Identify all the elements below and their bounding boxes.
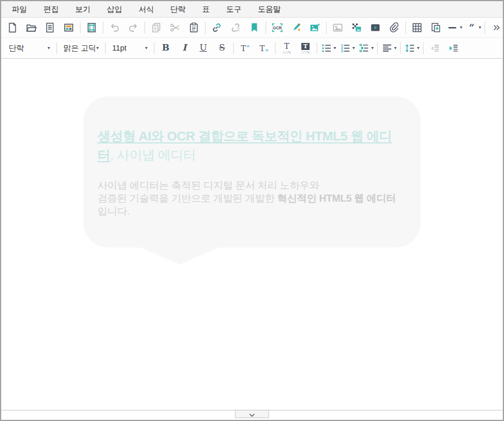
toolbar-separator xyxy=(485,22,485,34)
bullet-list-button[interactable]: ▾ xyxy=(319,40,338,56)
unlink-button[interactable] xyxy=(226,19,245,36)
line-spacing-icon xyxy=(404,42,416,54)
italic-button[interactable]: I xyxy=(175,40,194,56)
image-button[interactable] xyxy=(328,19,347,36)
placeholder-heading-rest: , 사이냅 에디터 xyxy=(110,148,196,162)
editor-canvas[interactable]: 생성형 AI와 OCR 결합으로 독보적인 HTML5 웹 에디터, 사이냅 에… xyxy=(1,59,503,410)
numbered-list-icon: 123 xyxy=(340,42,351,54)
undo-button[interactable] xyxy=(105,19,124,36)
font-color-icon: T xyxy=(283,43,291,54)
cut-button[interactable] xyxy=(166,19,184,36)
menu-file[interactable]: 파일 xyxy=(4,1,35,17)
table-button[interactable] xyxy=(408,19,426,36)
bullet-list-icon xyxy=(321,42,332,54)
toolbar-separator xyxy=(145,22,145,34)
unlink-icon xyxy=(230,22,241,34)
collapse-toolbar-button[interactable] xyxy=(235,410,269,418)
page-layout-button[interactable] xyxy=(82,19,101,36)
ocr-button[interactable]: OCR xyxy=(268,19,287,36)
document-text-button[interactable] xyxy=(41,19,59,36)
toolbar-separator xyxy=(205,22,206,34)
menu-edit[interactable]: 편집 xyxy=(35,1,67,17)
placeholder-body-tail: 입니다. xyxy=(98,206,130,217)
redo-button[interactable] xyxy=(124,19,143,36)
menu-format[interactable]: 서식 xyxy=(130,1,162,17)
chevron-down-icon: ▾ xyxy=(417,46,419,51)
toolbar-format: 단락▾맑은 고딕▾11pt▾BIUSTTTT▾123▾▾▾▾ xyxy=(1,38,503,59)
toolbar-separator xyxy=(405,22,406,34)
attachment-button[interactable] xyxy=(385,19,404,36)
link-button[interactable] xyxy=(207,19,226,36)
copy-button[interactable] xyxy=(147,19,166,36)
paragraph-style-value: 단락 xyxy=(9,43,24,54)
strikethrough-icon: S xyxy=(219,44,225,52)
placeholder-heading: 생성형 AI와 OCR 결합으로 독보적인 HTML5 웹 에디터, 사이냅 에… xyxy=(98,127,404,165)
chevron-down-icon: ▾ xyxy=(479,25,481,30)
toolbar-separator xyxy=(80,22,80,34)
line-spacing-button[interactable]: ▾ xyxy=(402,40,421,56)
image-collage-button[interactable] xyxy=(347,19,366,36)
highlight-color-icon: T xyxy=(301,43,310,54)
menu-paragraph[interactable]: 단락 xyxy=(162,1,194,17)
video-button[interactable] xyxy=(366,19,385,36)
ai-pen-icon xyxy=(290,22,302,34)
indent-button[interactable] xyxy=(444,40,463,56)
chevron-down-icon xyxy=(249,409,255,419)
more-icon xyxy=(492,22,501,34)
chevron-down-icon: ▾ xyxy=(352,46,355,51)
bold-button[interactable]: B xyxy=(156,40,175,56)
placeholder-speech-bubble: 생성형 AI와 OCR 결합으로 독보적인 HTML5 웹 에디터, 사이냅 에… xyxy=(83,96,421,248)
font-color-button[interactable]: T xyxy=(277,40,296,56)
strikethrough-button[interactable]: S xyxy=(213,40,231,56)
font-size-select[interactable]: 11pt▾ xyxy=(107,41,152,56)
underline-button[interactable]: U xyxy=(194,40,213,56)
paste-button[interactable] xyxy=(184,19,203,36)
new-document-icon xyxy=(6,22,18,34)
page-layout-icon xyxy=(86,22,98,34)
underline-icon: U xyxy=(200,44,207,52)
template-button[interactable] xyxy=(59,19,78,36)
font-size-down-button[interactable]: T xyxy=(254,40,273,56)
align-button[interactable]: ▾ xyxy=(379,40,398,56)
redo-icon xyxy=(127,22,139,34)
cut-icon xyxy=(169,22,181,34)
menu-table[interactable]: 표 xyxy=(194,1,218,17)
toolbar-separator xyxy=(423,42,424,54)
ai-pen-button[interactable] xyxy=(287,19,305,36)
blockquote-icon: “ xyxy=(466,22,478,34)
italic-icon: I xyxy=(182,44,186,52)
font-size-down-icon: T xyxy=(257,42,270,54)
bookmark-button[interactable] xyxy=(245,19,264,36)
ai-image-button[interactable] xyxy=(305,19,324,36)
toolbar-separator xyxy=(266,22,266,34)
numbered-list-button[interactable]: 123▾ xyxy=(338,40,357,56)
menu-view[interactable]: 보기 xyxy=(67,1,99,17)
outdent-icon xyxy=(429,42,441,54)
paste-icon xyxy=(188,22,200,34)
font-family-select[interactable]: 맑은 고딕▾ xyxy=(59,41,103,56)
toolbar-separator xyxy=(326,22,327,34)
menu-insert[interactable]: 삽입 xyxy=(99,1,130,17)
paragraph-style-select[interactable]: 단락▾ xyxy=(4,41,55,56)
highlight-color-button[interactable]: T xyxy=(296,40,315,56)
menu-tools[interactable]: 도구 xyxy=(218,1,250,17)
font-size-value: 11pt xyxy=(112,44,126,52)
template-icon xyxy=(63,22,75,34)
copy-icon xyxy=(150,22,162,34)
more-button[interactable] xyxy=(487,19,504,36)
svg-text:“: “ xyxy=(469,22,474,33)
font-size-up-button[interactable]: T xyxy=(236,40,254,56)
toolbar-separator xyxy=(233,42,234,54)
blockquote-button[interactable]: “▾ xyxy=(464,19,483,36)
insert-page-button[interactable] xyxy=(426,19,445,36)
outdent-button[interactable] xyxy=(425,40,444,56)
multilevel-list-icon xyxy=(358,42,370,54)
multilevel-list-button[interactable]: ▾ xyxy=(357,40,375,56)
horizontal-line-button[interactable]: ▾ xyxy=(445,19,464,36)
menu-help[interactable]: 도움말 xyxy=(250,1,289,17)
toolbar-separator xyxy=(400,42,401,54)
open-document-button[interactable] xyxy=(22,19,41,36)
link-icon xyxy=(211,22,223,34)
image-collage-icon xyxy=(351,22,362,34)
new-document-button[interactable] xyxy=(3,19,22,36)
